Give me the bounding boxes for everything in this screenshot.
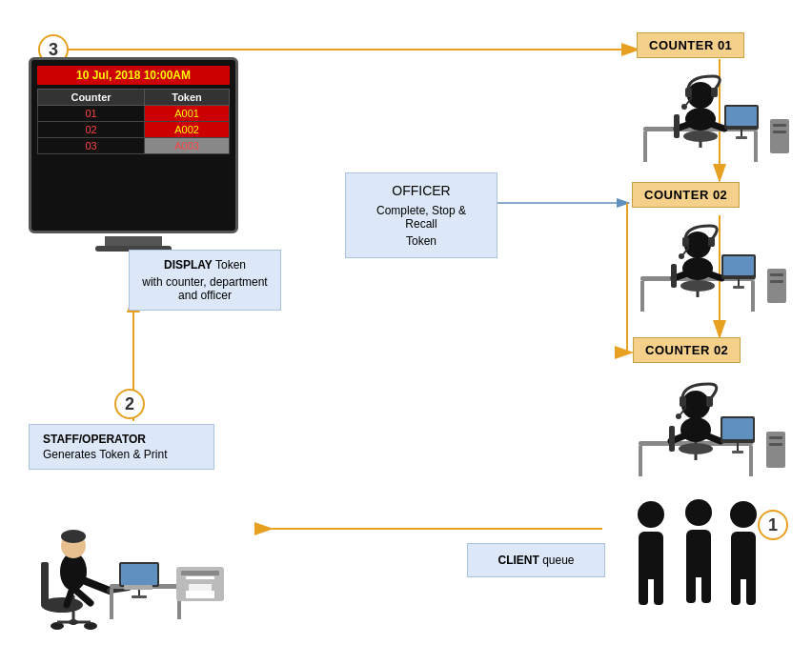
row2-num: 02 [38, 122, 145, 138]
staff-line2: Generates Token & Print [43, 448, 200, 461]
client-people-icon [618, 486, 780, 629]
officer-subtitle2: Token [361, 234, 481, 248]
svg-rect-100 [769, 443, 782, 446]
svg-rect-73 [733, 286, 744, 289]
officer-subtitle: Complete, Stop & Recall [361, 204, 481, 231]
svg-point-96 [679, 443, 713, 454]
svg-rect-29 [121, 564, 157, 585]
svg-line-23 [67, 591, 71, 605]
svg-point-101 [638, 501, 664, 528]
staff-operator-box: STAFF/OPERATOR Generates Token & Print [29, 424, 214, 470]
svg-rect-63 [682, 237, 689, 247]
svg-rect-34 [181, 571, 219, 575]
row3-num: 03 [38, 138, 145, 154]
svg-rect-94 [732, 451, 743, 453]
svg-rect-84 [680, 396, 686, 407]
display-line1: DISPLAY Token [141, 258, 269, 272]
svg-point-75 [680, 280, 715, 292]
svg-rect-111 [731, 572, 741, 605]
staff-line1: STAFF/OPERATOR [43, 433, 200, 446]
row3-token: A003 [145, 138, 230, 154]
svg-rect-57 [773, 124, 786, 127]
svg-rect-16 [41, 562, 49, 605]
svg-rect-42 [685, 88, 692, 97]
col-counter: Counter [38, 90, 145, 106]
svg-rect-71 [723, 256, 754, 275]
svg-rect-55 [674, 114, 680, 138]
counter-01-label: COUNTER 01 [637, 32, 744, 58]
svg-point-20 [61, 530, 86, 543]
officer-title: OFFICER [361, 183, 481, 198]
svg-rect-79 [770, 280, 783, 283]
staff-worker-icon [24, 472, 243, 634]
counter-01-icon [634, 62, 796, 176]
counter-02a-label: COUNTER 02 [632, 182, 740, 208]
counter-02b-label: COUNTER 02 [633, 337, 741, 363]
table-row: 01 A001 [38, 106, 230, 122]
monitor-display: 10 Jul, 2018 10:00AM Counter Token 01 A0… [29, 57, 238, 233]
svg-rect-76 [671, 264, 677, 288]
svg-point-17 [41, 597, 83, 613]
number-2: 2 [114, 389, 145, 419]
svg-rect-64 [708, 237, 715, 247]
svg-rect-50 [726, 107, 757, 126]
svg-point-45 [681, 104, 687, 110]
number-1: 1 [758, 510, 788, 540]
svg-rect-52 [736, 136, 747, 139]
svg-rect-78 [770, 273, 783, 276]
client-rest: queue [539, 554, 575, 567]
table-row: 03 A003 [38, 138, 230, 154]
svg-point-87 [676, 413, 681, 419]
svg-rect-31 [132, 595, 147, 598]
svg-point-66 [679, 253, 684, 259]
display-line2: with counter, department [141, 275, 269, 289]
svg-line-90 [703, 434, 721, 441]
svg-rect-99 [769, 436, 782, 439]
svg-rect-32 [124, 585, 152, 590]
client-bold: CLIENT [497, 554, 538, 567]
col-token: Token [145, 90, 230, 106]
svg-rect-104 [654, 572, 663, 605]
display-rest: Token [213, 258, 246, 272]
svg-rect-85 [706, 396, 713, 407]
counter-02a-icon [631, 212, 793, 326]
svg-rect-107 [686, 570, 696, 603]
counter-02b-icon [629, 367, 791, 491]
svg-rect-35 [186, 576, 214, 579]
row2-token: A002 [145, 122, 230, 138]
svg-rect-108 [701, 570, 711, 603]
row1-num: 01 [38, 106, 145, 122]
monitor-screen: 10 Jul, 2018 10:00AM Counter Token 01 A0… [31, 60, 235, 160]
svg-point-109 [730, 501, 757, 528]
svg-rect-92 [722, 418, 753, 439]
diagram: 3 10 Jul, 2018 10:00AM Counter Token 01 … [0, 0, 812, 665]
svg-rect-97 [669, 426, 675, 452]
client-queue-box: CLIENT queue [467, 543, 605, 577]
display-bold: DISPLAY [164, 258, 213, 272]
monitor-table: Counter Token 01 A001 02 A002 03 [37, 89, 230, 154]
svg-rect-43 [711, 88, 718, 97]
svg-rect-103 [639, 572, 648, 605]
table-row: 02 A002 [38, 122, 230, 138]
row1-token: A001 [145, 106, 230, 122]
display-line3: and officer [141, 289, 269, 302]
svg-point-105 [685, 499, 712, 526]
officer-box: OFFICER Complete, Stop & Recall Token [345, 172, 497, 258]
monitor-date: 10 Jul, 2018 10:00AM [37, 66, 230, 85]
svg-point-54 [683, 131, 718, 142]
display-info-box: DISPLAY Token with counter, department a… [129, 250, 281, 311]
svg-rect-58 [773, 131, 786, 133]
svg-rect-37 [189, 584, 212, 594]
svg-rect-112 [746, 572, 756, 605]
